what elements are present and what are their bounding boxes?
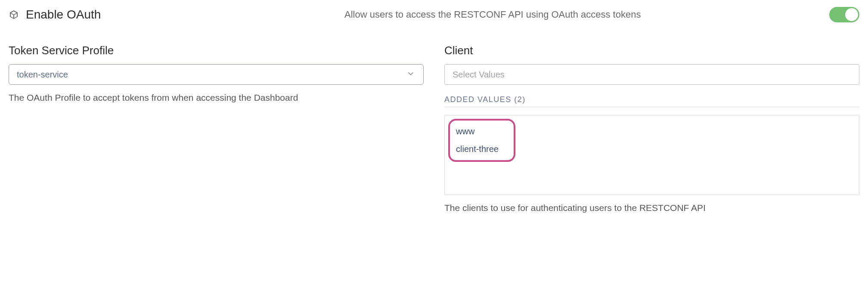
list-item[interactable]: client-three (456, 144, 506, 154)
client-label: Client (444, 44, 859, 57)
form-columns: Token Service Profile token-service The … (9, 44, 859, 213)
header-row: Enable OAuth Allow users to access the R… (9, 7, 859, 22)
added-values-label: ADDED VALUES (2) (444, 95, 859, 107)
token-profile-help: The OAuth Profile to accept tokens from … (9, 93, 424, 103)
token-profile-label: Token Service Profile (9, 44, 424, 57)
header-description: Allow users to access the RESTCONF API u… (344, 9, 641, 20)
enable-oauth-toggle[interactable] (829, 7, 859, 22)
client-select-input[interactable]: Select Values (444, 64, 859, 85)
highlight-annotation: www client-three (448, 119, 515, 162)
token-profile-select[interactable]: token-service (9, 64, 424, 85)
header-inner: Enable OAuth Allow users to access the R… (9, 7, 859, 22)
client-column: Client Select Values ADDED VALUES (2) ww… (444, 44, 859, 213)
toggle-knob (845, 8, 858, 21)
token-profile-column: Token Service Profile token-service The … (9, 44, 424, 213)
chevron-down-icon (406, 69, 415, 81)
token-profile-selected: token-service (17, 70, 68, 80)
cube-icon (9, 9, 19, 20)
added-values-area: www client-three (444, 115, 859, 195)
client-help: The clients to use for authenticating us… (444, 203, 859, 213)
list-item[interactable]: www (456, 127, 506, 136)
header-title: Enable OAuth (26, 8, 101, 22)
client-placeholder: Select Values (453, 70, 505, 80)
